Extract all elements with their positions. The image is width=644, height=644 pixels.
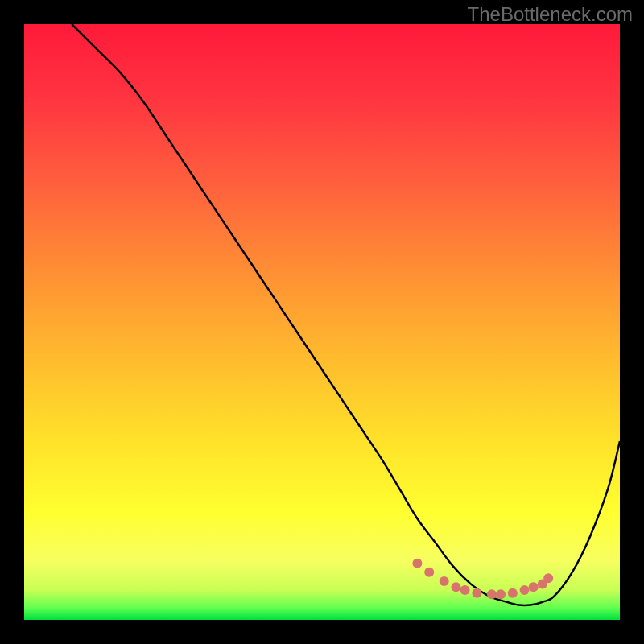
marker-dot bbox=[543, 573, 553, 583]
marker-dot bbox=[529, 582, 539, 592]
marker-dot bbox=[496, 589, 506, 599]
marker-dot bbox=[520, 585, 530, 595]
marker-dot bbox=[508, 588, 518, 598]
marker-dot bbox=[472, 588, 481, 598]
chart-curve bbox=[24, 24, 620, 620]
attribution-text: TheBottleneck.com bbox=[468, 3, 633, 26]
marker-dot bbox=[460, 585, 470, 595]
marker-dot bbox=[452, 582, 461, 592]
bottleneck-curve-line bbox=[72, 24, 620, 605]
plot-area bbox=[24, 24, 620, 620]
marker-dot bbox=[487, 589, 497, 599]
marker-dot bbox=[424, 568, 434, 577]
marker-dot bbox=[440, 576, 449, 586]
marker-dot bbox=[412, 559, 422, 568]
